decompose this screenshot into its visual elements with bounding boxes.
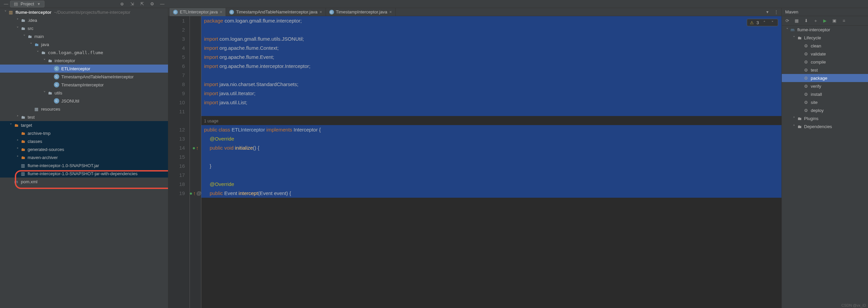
- project-panel[interactable]: ˅▥flume-interceptor ~/Documents/projects…: [0, 8, 168, 308]
- code-line[interactable]: [202, 71, 781, 80]
- code-line[interactable]: [202, 25, 781, 34]
- tree-item[interactable]: ▦resources: [0, 105, 168, 113]
- editor-tab[interactable]: CTimestampAndTableNameInterceptor.java×: [226, 8, 326, 16]
- tree-item[interactable]: ˅🖿main: [0, 32, 168, 40]
- code-line[interactable]: [202, 170, 781, 179]
- tree-item[interactable]: CETLInterceptor: [0, 65, 168, 73]
- maven-goal-test[interactable]: ⚙test: [782, 66, 868, 74]
- close-icon[interactable]: ×: [389, 9, 392, 14]
- close-icon[interactable]: ×: [220, 9, 222, 14]
- execute-icon[interactable]: ▣: [832, 18, 837, 24]
- java-class-icon: C: [173, 10, 178, 14]
- project-toolwindow-button[interactable]: ▤ Project ▾: [10, 1, 44, 7]
- maven-lifecycle[interactable]: ˅🖿Lifecycle: [782, 34, 868, 42]
- maven-goal-install[interactable]: ⚙install: [782, 90, 868, 98]
- maven-goal-verify[interactable]: ⚙verify: [782, 82, 868, 90]
- tree-item[interactable]: ˃🖿classes: [0, 137, 168, 145]
- project-icon: ▤: [13, 1, 19, 7]
- maven-goal-deploy[interactable]: ⚙deploy: [782, 106, 868, 114]
- tree-item[interactable]: ˅🖿java: [0, 40, 168, 48]
- tree-item[interactable]: ˅🖿com.logan.gmall.flume: [0, 48, 168, 57]
- tree-item[interactable]: ˃🖿.idea: [0, 16, 168, 24]
- tree-item[interactable]: ˃🖿generated-sources: [0, 145, 168, 153]
- chevron-down-icon[interactable]: ▾: [765, 9, 770, 15]
- tree-item[interactable]: CTimestampInterceptor: [0, 81, 168, 89]
- tree-item[interactable]: ˃🖿maven-archiver: [0, 153, 168, 161]
- code-line[interactable]: package com.logan.gmall.flume.intercepto…: [202, 16, 781, 25]
- run-icon[interactable]: ▶: [822, 18, 828, 24]
- expand-icon[interactable]: ⇲: [129, 1, 135, 7]
- code-line[interactable]: import java.util.Iterator;: [202, 89, 781, 98]
- code-line[interactable]: public void initialize() {: [202, 143, 781, 152]
- code-line[interactable]: import java.util.List;: [202, 98, 781, 107]
- tree-item[interactable]: ˅🖿interceptor: [0, 57, 168, 65]
- inspection-widget[interactable]: ⚠ 3 ˄ ˅: [747, 19, 778, 26]
- prev-icon[interactable]: ˄: [762, 20, 767, 25]
- code-line[interactable]: import java.nio.charset.StandardCharsets…: [202, 80, 781, 89]
- maven-goal-package[interactable]: ⚙package: [782, 74, 868, 82]
- maven-goal-clean[interactable]: ⚙clean: [782, 42, 868, 50]
- chevron-down-icon: ▾: [36, 1, 41, 7]
- maven-toolbar: ⟳ ▦ ⬇ ＋ ▶ ▣ ⌗: [782, 16, 868, 26]
- next-icon[interactable]: ˅: [770, 20, 775, 25]
- topbar: — ▤ Project ▾ ⊕ ⇲ ⇱ ⚙ —: [0, 0, 868, 8]
- maven-dependencies[interactable]: ˃🖿Dependencies: [782, 123, 868, 131]
- tree-item[interactable]: ˅🖿target: [0, 121, 168, 129]
- download-icon[interactable]: ⬇: [803, 18, 809, 24]
- usage-hint[interactable]: 1 usage: [202, 116, 781, 125]
- tree-item[interactable]: ▥flume-interceptor-1.0-SNAPSHOT.jar: [0, 161, 168, 169]
- editor-area: CETLInterceptor.java×CTimestampAndTableN…: [168, 8, 782, 308]
- add-icon[interactable]: ＋: [813, 18, 818, 24]
- more-icon[interactable]: ⋮: [773, 9, 779, 15]
- project-toolwindow-label: Project: [21, 1, 34, 6]
- code-line[interactable]: import org.apache.flume.interceptor.Inte…: [202, 62, 781, 71]
- code-line[interactable]: @Override: [202, 134, 781, 143]
- tree-item[interactable]: ˅🖿src: [0, 24, 168, 32]
- warning-icon: ⚠: [750, 20, 754, 25]
- tab-label: TimestampInterceptor.java: [336, 9, 388, 14]
- code-line[interactable]: public class ETLInterceptor implements I…: [202, 125, 781, 134]
- tree-item[interactable]: ˃🖿test: [0, 113, 168, 121]
- code-line[interactable]: public Event intercept(Event event) {: [202, 189, 781, 198]
- maven-title: Maven: [782, 8, 868, 16]
- close-icon[interactable]: ×: [319, 9, 322, 14]
- maven-goal-site[interactable]: ⚙site: [782, 98, 868, 106]
- editor-tab[interactable]: CTimestampInterceptor.java×: [326, 8, 396, 16]
- warning-count: 3: [756, 20, 759, 25]
- tree-item[interactable]: CJSONUtil: [0, 97, 168, 105]
- locate-icon[interactable]: ⊕: [119, 1, 125, 7]
- tree-item[interactable]: CTimestampAndTableNameInterceptor: [0, 73, 168, 81]
- toggle-icon[interactable]: ⌗: [841, 18, 846, 24]
- settings-icon[interactable]: ⚙: [150, 1, 155, 7]
- java-class-icon: C: [229, 10, 234, 14]
- maven-goal-validate[interactable]: ⚙validate: [782, 50, 868, 58]
- minimize-icon[interactable]: —: [3, 1, 9, 7]
- hide-icon[interactable]: —: [160, 1, 165, 7]
- maven-panel: Maven ⟳ ▦ ⬇ ＋ ▶ ▣ ⌗ ˅mflume-interceptor˅…: [782, 8, 868, 308]
- collapse-icon[interactable]: ⇱: [140, 1, 145, 7]
- project-root[interactable]: ˅▥flume-interceptor ~/Documents/projects…: [0, 8, 168, 16]
- code-line[interactable]: }: [202, 161, 781, 170]
- maven-root[interactable]: ˅mflume-interceptor: [782, 26, 868, 34]
- maven-plugins[interactable]: ˃🖿Plugins: [782, 114, 868, 123]
- java-class-icon: C: [329, 10, 334, 14]
- code-editor[interactable]: 12345678910111213141516171819 ●↑●↑@ pack…: [168, 16, 781, 308]
- code-line[interactable]: [202, 107, 781, 116]
- code-line[interactable]: import org.apache.flume.Context;: [202, 43, 781, 53]
- code-line[interactable]: @Override: [202, 179, 781, 189]
- editor-tab[interactable]: CETLInterceptor.java×: [170, 8, 226, 16]
- tree-item[interactable]: ▥flume-interceptor-1.0-SNAPSHOT-jar-with…: [0, 169, 168, 177]
- generate-icon[interactable]: ▦: [794, 18, 799, 24]
- watermark: CSDN @vx_iD: [841, 303, 866, 307]
- tab-label: TimestampAndTableNameInterceptor.java: [236, 9, 317, 14]
- tree-item[interactable]: mpom.xml: [0, 177, 168, 185]
- code-line[interactable]: [202, 152, 781, 161]
- code-line[interactable]: import com.logan.gmall.flume.utils.JSONU…: [202, 34, 781, 43]
- maven-goal-compile[interactable]: ⚙compile: [782, 58, 868, 66]
- tree-item[interactable]: ˅🖿utils: [0, 89, 168, 97]
- tab-label: ETLInterceptor.java: [180, 9, 218, 14]
- tree-item[interactable]: 🖿archive-tmp: [0, 129, 168, 137]
- code-line[interactable]: import org.apache.flume.Event;: [202, 53, 781, 62]
- editor-tabs: CETLInterceptor.java×CTimestampAndTableN…: [168, 8, 781, 16]
- reload-icon[interactable]: ⟳: [784, 18, 790, 24]
